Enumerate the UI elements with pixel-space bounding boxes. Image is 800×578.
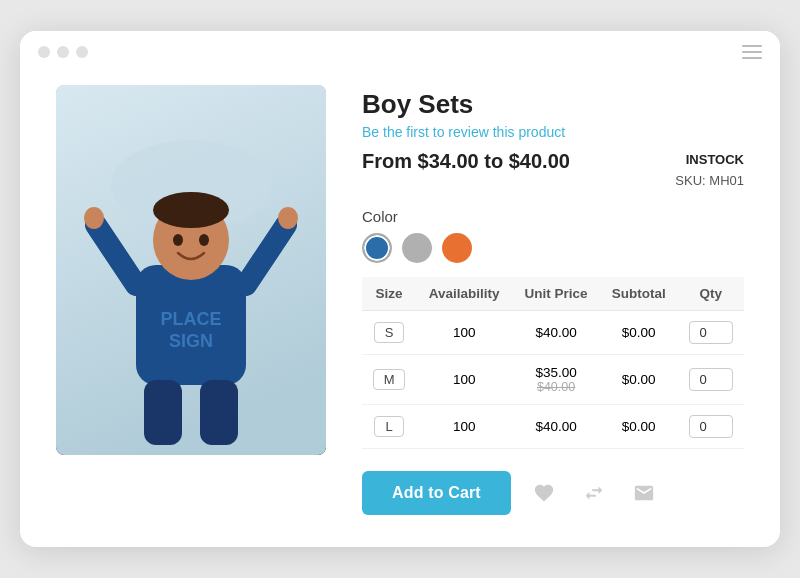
product-window: PLACE SIGN <box>20 31 780 547</box>
product-details: Boy Sets Be the first to review this pro… <box>362 85 744 515</box>
cell-size: L <box>362 405 416 449</box>
color-section: Color <box>362 208 744 263</box>
dot-green <box>76 46 88 58</box>
svg-rect-9 <box>144 380 182 445</box>
product-image: PLACE SIGN <box>56 85 326 455</box>
col-size: Size <box>362 277 416 311</box>
cell-availability: 100 <box>416 355 512 405</box>
color-label: Color <box>362 208 744 225</box>
product-image-placeholder: PLACE SIGN <box>56 85 326 455</box>
email-icon[interactable] <box>627 476 661 510</box>
svg-point-14 <box>278 207 298 229</box>
actions-row: Add to Cart <box>362 471 744 515</box>
qty-input[interactable] <box>689 415 733 438</box>
svg-rect-10 <box>200 380 238 445</box>
product-content: PLACE SIGN <box>20 69 780 515</box>
titlebar <box>20 31 780 69</box>
product-price: From $34.00 to $40.00 <box>362 150 570 173</box>
price-strike: $40.00 <box>520 380 592 394</box>
cell-qty[interactable] <box>677 355 744 405</box>
table-row: S100$40.00$0.00 <box>362 311 744 355</box>
svg-point-11 <box>173 234 183 246</box>
cell-size: M <box>362 355 416 405</box>
qty-input[interactable] <box>689 368 733 391</box>
cell-unit-price: $40.00 <box>512 311 600 355</box>
size-badge: L <box>374 416 403 437</box>
price-stock-row: From $34.00 to $40.00 INSTOCK SKU: MH01 <box>362 150 744 192</box>
cell-size: S <box>362 311 416 355</box>
cell-unit-price: $35.00$40.00 <box>512 355 600 405</box>
dot-yellow <box>57 46 69 58</box>
col-availability: Availability <box>416 277 512 311</box>
cell-qty[interactable] <box>677 405 744 449</box>
cell-availability: 100 <box>416 405 512 449</box>
cell-subtotal: $0.00 <box>600 311 678 355</box>
size-table: Size Availability Unit Price Subtotal Qt… <box>362 277 744 449</box>
compare-icon[interactable] <box>577 476 611 510</box>
menu-icon[interactable] <box>742 45 762 59</box>
col-subtotal: Subtotal <box>600 277 678 311</box>
size-badge: M <box>373 369 406 390</box>
cell-availability: 100 <box>416 311 512 355</box>
col-unit-price: Unit Price <box>512 277 600 311</box>
wishlist-icon[interactable] <box>527 476 561 510</box>
color-swatches <box>362 233 744 263</box>
product-title: Boy Sets <box>362 89 744 120</box>
sku-label: SKU: MH01 <box>675 173 744 188</box>
price-current: $35.00 <box>535 365 576 380</box>
swatch-gray[interactable] <box>402 233 432 263</box>
svg-text:PLACE: PLACE <box>160 309 221 329</box>
table-row: L100$40.00$0.00 <box>362 405 744 449</box>
size-badge: S <box>374 322 405 343</box>
col-qty: Qty <box>677 277 744 311</box>
swatch-blue[interactable] <box>362 233 392 263</box>
review-link[interactable]: Be the first to review this product <box>362 124 744 140</box>
cell-subtotal: $0.00 <box>600 405 678 449</box>
svg-point-13 <box>84 207 104 229</box>
add-to-cart-button[interactable]: Add to Cart <box>362 471 511 515</box>
svg-point-6 <box>153 192 229 228</box>
svg-text:SIGN: SIGN <box>169 331 213 351</box>
table-row: M100$35.00$40.00$0.00 <box>362 355 744 405</box>
cell-subtotal: $0.00 <box>600 355 678 405</box>
swatch-orange[interactable] <box>442 233 472 263</box>
stock-label: INSTOCK <box>686 152 744 167</box>
qty-input[interactable] <box>689 321 733 344</box>
window-controls <box>38 46 88 58</box>
dot-red <box>38 46 50 58</box>
cell-qty[interactable] <box>677 311 744 355</box>
cell-unit-price: $40.00 <box>512 405 600 449</box>
stock-info: INSTOCK SKU: MH01 <box>675 150 744 192</box>
svg-point-12 <box>199 234 209 246</box>
